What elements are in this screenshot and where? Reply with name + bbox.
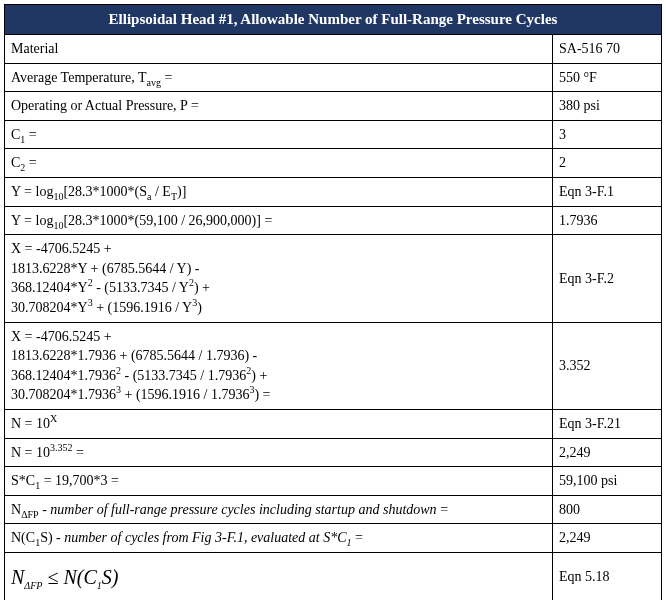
value-material: SA-516 70: [553, 35, 661, 63]
value-ydef: Eqn 3-F.1: [553, 178, 661, 206]
label-tavg: Average Temperature, Tavg =: [5, 64, 553, 92]
value-nc1s: 2,249: [553, 524, 661, 552]
row-sc1: S*C1 = 19,700*3 = 59,100 psi: [5, 467, 661, 496]
label-xdef: X = -4706.5245 + 1813.6228*Y + (6785.564…: [5, 235, 553, 321]
row-ydef: Y = log10[28.3*1000*(Sa / ET)] Eqn 3-F.1: [5, 178, 661, 207]
value-xval: 3.352: [553, 323, 661, 409]
table-title: Ellipsoidal Head #1, Allowable Number of…: [5, 5, 661, 35]
label-c1: C1 =: [5, 121, 553, 149]
row-nc1s: N(C1S) - number of cycles from Fig 3-F.1…: [5, 524, 661, 553]
value-c2: 2: [553, 149, 661, 177]
row-yval: Y = log10[28.3*1000*(59,100 / 26,900,000…: [5, 207, 661, 236]
row-ndef: N = 10X Eqn 3-F.21: [5, 410, 661, 439]
cycles-table: Ellipsoidal Head #1, Allowable Number of…: [4, 4, 662, 600]
label-ndfp: NΔFP - number of full-range pressure cyc…: [5, 496, 553, 524]
label-ndef: N = 10X: [5, 410, 553, 438]
row-xdef: X = -4706.5245 + 1813.6228*Y + (6785.564…: [5, 235, 661, 322]
row-ineqdef: NΔFP ≤ N(C1S) Eqn 5.18: [5, 553, 661, 600]
row-c2: C2 = 2: [5, 149, 661, 178]
value-ineqdef: Eqn 5.18: [553, 553, 661, 600]
value-tavg: 550 °F: [553, 64, 661, 92]
label-nc1s: N(C1S) - number of cycles from Fig 3-F.1…: [5, 524, 553, 552]
label-xval: X = -4706.5245 + 1813.6228*1.7936 + (678…: [5, 323, 553, 409]
label-sc1: S*C1 = 19,700*3 =: [5, 467, 553, 495]
row-nval: N = 103.352 = 2,249: [5, 439, 661, 468]
value-ndef: Eqn 3-F.21: [553, 410, 661, 438]
label-material: Material: [5, 35, 553, 63]
value-xdef: Eqn 3-F.2: [553, 235, 661, 321]
row-ndfp: NΔFP - number of full-range pressure cyc…: [5, 496, 661, 525]
label-yval: Y = log10[28.3*1000*(59,100 / 26,900,000…: [5, 207, 553, 235]
value-pressure: 380 psi: [553, 92, 661, 120]
row-c1: C1 = 3: [5, 121, 661, 150]
row-material: Material SA-516 70: [5, 35, 661, 64]
value-sc1: 59,100 psi: [553, 467, 661, 495]
row-pressure: Operating or Actual Pressure, P = 380 ps…: [5, 92, 661, 121]
row-tavg: Average Temperature, Tavg = 550 °F: [5, 64, 661, 93]
label-nval: N = 103.352 =: [5, 439, 553, 467]
label-ineqdef: NΔFP ≤ N(C1S): [5, 553, 553, 600]
value-c1: 3: [553, 121, 661, 149]
label-c2: C2 =: [5, 149, 553, 177]
label-ydef: Y = log10[28.3*1000*(Sa / ET)]: [5, 178, 553, 206]
value-ndfp: 800: [553, 496, 661, 524]
value-yval: 1.7936: [553, 207, 661, 235]
value-nval: 2,249: [553, 439, 661, 467]
label-pressure: Operating or Actual Pressure, P =: [5, 92, 553, 120]
row-xval: X = -4706.5245 + 1813.6228*1.7936 + (678…: [5, 323, 661, 410]
